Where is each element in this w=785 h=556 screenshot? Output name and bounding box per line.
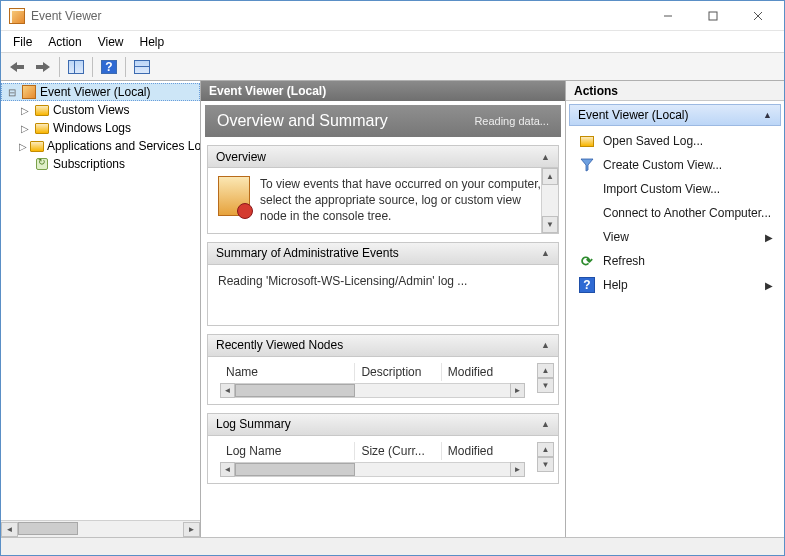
scroll-up-button[interactable]: ▲	[537, 442, 554, 457]
action-label: Import Custom View...	[603, 182, 773, 196]
scroll-down-button[interactable]: ▼	[537, 457, 554, 472]
overview-title: Overview and Summary	[217, 112, 474, 130]
col-logname[interactable]: Log Name	[220, 442, 355, 460]
scroll-thumb[interactable]	[235, 384, 355, 397]
scroll-right-button[interactable]: ►	[510, 462, 525, 477]
col-size[interactable]: Size (Curr...	[355, 442, 441, 460]
section-title: Overview	[216, 150, 541, 164]
minimize-button[interactable]	[645, 2, 690, 30]
scroll-right-button[interactable]: ►	[510, 383, 525, 398]
actions-group-title: Event Viewer (Local)	[578, 108, 763, 122]
action-help-submenu[interactable]: ? Help ▶	[569, 273, 781, 297]
action-import-custom-view[interactable]: Import Custom View...	[569, 177, 781, 201]
expand-icon[interactable]: ▷	[19, 105, 31, 116]
show-hide-tree-button[interactable]	[64, 56, 88, 78]
col-modified[interactable]: Modified	[442, 363, 515, 381]
menu-help[interactable]: Help	[132, 32, 173, 52]
collapse-icon[interactable]: ▲	[541, 248, 550, 258]
summary-text: Reading 'Microsoft-WS-Licensing/Admin' l…	[218, 273, 467, 317]
summary-section-header[interactable]: Summary of Administrative Events ▲	[208, 243, 558, 265]
menu-view[interactable]: View	[90, 32, 132, 52]
action-create-custom-view[interactable]: Create Custom View...	[569, 153, 781, 177]
scroll-right-button[interactable]: ►	[183, 522, 200, 537]
back-button[interactable]	[5, 56, 29, 78]
overview-vscrollbar[interactable]: ▲ ▼	[541, 168, 558, 233]
scroll-left-button[interactable]: ◄	[1, 522, 18, 537]
expand-icon[interactable]: ▷	[19, 123, 31, 134]
logsum-vscrollbar[interactable]: ▲ ▼	[537, 442, 554, 483]
action-label: Open Saved Log...	[603, 134, 773, 148]
scroll-down-button[interactable]: ▼	[537, 378, 554, 393]
scroll-left-button[interactable]: ◄	[220, 462, 235, 477]
overview-section-header[interactable]: Overview ▲	[208, 146, 558, 168]
collapse-icon[interactable]: ▲	[763, 110, 772, 120]
folder-icon	[30, 138, 44, 154]
scroll-up-button[interactable]: ▲	[542, 168, 558, 185]
collapse-icon[interactable]: ▲	[541, 419, 550, 429]
col-modified[interactable]: Modified	[442, 442, 515, 460]
overview-bar: Overview and Summary Reading data...	[205, 105, 561, 137]
help-button[interactable]	[97, 56, 121, 78]
action-open-saved-log[interactable]: Open Saved Log...	[569, 129, 781, 153]
collapse-icon[interactable]: ⊟	[6, 87, 18, 98]
forward-button[interactable]	[31, 56, 55, 78]
tree-item-label: Applications and Services Lo	[47, 139, 200, 153]
logsum-hscrollbar[interactable]: ◄ ►	[212, 462, 533, 483]
scroll-up-button[interactable]: ▲	[537, 363, 554, 378]
col-name[interactable]: Name	[220, 363, 355, 381]
section-title: Summary of Administrative Events	[216, 246, 541, 260]
statusbar	[1, 537, 784, 556]
tree-item-subscriptions[interactable]: Subscriptions	[1, 155, 200, 173]
section-title: Recently Viewed Nodes	[216, 338, 541, 352]
collapse-icon[interactable]: ▲	[541, 340, 550, 350]
recent-vscrollbar[interactable]: ▲ ▼	[537, 363, 554, 404]
recent-columns: Name Description Modified	[212, 363, 533, 383]
expand-icon[interactable]: ▷	[19, 141, 27, 152]
subscriptions-icon	[34, 156, 50, 172]
menubar: File Action View Help	[1, 31, 784, 53]
recent-hscrollbar[interactable]: ◄ ►	[212, 383, 533, 404]
scroll-down-button[interactable]: ▼	[542, 216, 558, 233]
actions-group-header[interactable]: Event Viewer (Local) ▲	[569, 104, 781, 126]
overview-status: Reading data...	[474, 115, 549, 127]
tree-item-apps-services[interactable]: ▷ Applications and Services Lo	[1, 137, 200, 155]
tree-item-custom-views[interactable]: ▷ Custom Views	[1, 101, 200, 119]
summary-section: Summary of Administrative Events ▲ Readi…	[207, 242, 559, 326]
recent-section-header[interactable]: Recently Viewed Nodes ▲	[208, 335, 558, 357]
action-connect-computer[interactable]: Connect to Another Computer...	[569, 201, 781, 225]
titlebar: Event Viewer	[1, 1, 784, 31]
funnel-icon	[579, 157, 595, 173]
scroll-left-button[interactable]: ◄	[220, 383, 235, 398]
window-title: Event Viewer	[31, 9, 645, 23]
actions-header: Actions	[566, 81, 784, 101]
folder-icon	[34, 120, 50, 136]
close-button[interactable]	[735, 2, 780, 30]
logsum-columns: Log Name Size (Curr... Modified	[212, 442, 533, 462]
app-icon	[9, 8, 25, 24]
help-icon: ?	[579, 277, 595, 293]
tree-item-label: Subscriptions	[53, 157, 125, 171]
overview-text: To view events that have occurred on you…	[260, 176, 548, 225]
tree-pane: ⊟ Event Viewer (Local) ▷ Custom Views ▷ …	[1, 81, 201, 537]
action-view-submenu[interactable]: View ▶	[569, 225, 781, 249]
actions-pane: Actions Event Viewer (Local) ▲ Open Save…	[566, 81, 784, 537]
col-description[interactable]: Description	[355, 363, 441, 381]
scroll-thumb[interactable]	[235, 463, 355, 476]
menu-file[interactable]: File	[5, 32, 40, 52]
collapse-icon[interactable]: ▲	[541, 152, 550, 162]
show-hide-action-button[interactable]	[130, 56, 154, 78]
tree-hscrollbar[interactable]: ◄ ►	[1, 520, 200, 537]
center-header: Event Viewer (Local)	[201, 81, 565, 101]
center-pane: Event Viewer (Local) Overview and Summar…	[201, 81, 566, 537]
maximize-button[interactable]	[690, 2, 735, 30]
tree-root[interactable]: ⊟ Event Viewer (Local)	[1, 83, 200, 101]
section-title: Log Summary	[216, 417, 541, 431]
tree-item-windows-logs[interactable]: ▷ Windows Logs	[1, 119, 200, 137]
action-refresh[interactable]: ⟳ Refresh	[569, 249, 781, 273]
scroll-thumb[interactable]	[18, 522, 78, 535]
recent-section: Recently Viewed Nodes ▲ Name Description…	[207, 334, 559, 405]
menu-action[interactable]: Action	[40, 32, 89, 52]
overview-icon	[218, 176, 250, 216]
logsum-section-header[interactable]: Log Summary ▲	[208, 414, 558, 436]
refresh-icon: ⟳	[579, 253, 595, 269]
